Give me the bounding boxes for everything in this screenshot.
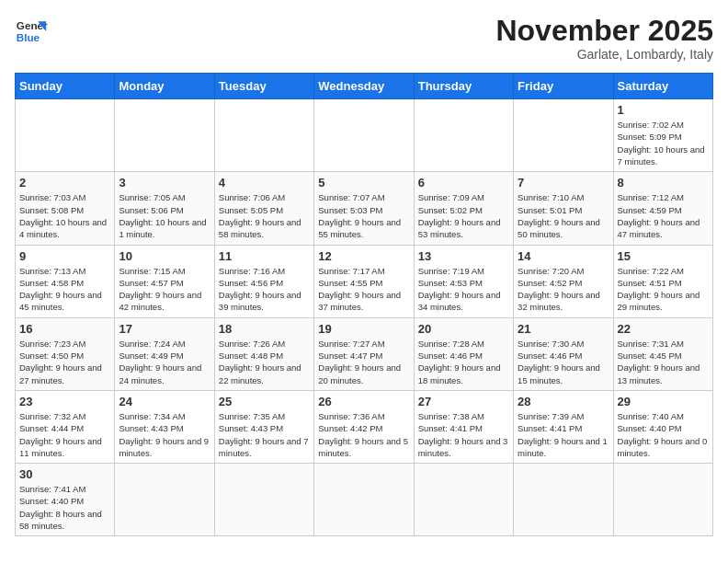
calendar-cell: 12Sunrise: 7:17 AM Sunset: 4:55 PM Dayli… <box>314 245 414 317</box>
calendar-cell: 23Sunrise: 7:32 AM Sunset: 4:44 PM Dayli… <box>16 390 115 463</box>
day-info: Sunrise: 7:16 AM Sunset: 4:56 PM Dayligh… <box>219 265 310 314</box>
day-info: Sunrise: 7:20 AM Sunset: 4:52 PM Dayligh… <box>518 265 609 314</box>
calendar-cell: 11Sunrise: 7:16 AM Sunset: 4:56 PM Dayli… <box>214 245 313 317</box>
calendar-cell: 21Sunrise: 7:30 AM Sunset: 4:46 PM Dayli… <box>514 317 613 390</box>
day-number: 15 <box>618 249 709 263</box>
calendar-cell <box>214 99 313 172</box>
month-title: November 2025 <box>495 15 713 47</box>
day-number: 3 <box>119 176 210 190</box>
weekday-header-monday: Monday <box>115 74 214 99</box>
calendar-week-4: 23Sunrise: 7:32 AM Sunset: 4:44 PM Dayli… <box>16 390 713 463</box>
calendar-cell: 6Sunrise: 7:09 AM Sunset: 5:02 PM Daylig… <box>414 172 513 245</box>
day-info: Sunrise: 7:40 AM Sunset: 4:40 PM Dayligh… <box>618 410 709 459</box>
calendar-cell <box>214 464 313 536</box>
calendar-cell: 20Sunrise: 7:28 AM Sunset: 4:46 PM Dayli… <box>414 317 513 390</box>
day-number: 20 <box>418 322 509 336</box>
day-info: Sunrise: 7:06 AM Sunset: 5:05 PM Dayligh… <box>219 191 310 240</box>
day-number: 22 <box>618 322 709 336</box>
day-info: Sunrise: 7:41 AM Sunset: 4:40 PM Dayligh… <box>19 483 110 532</box>
calendar-week-2: 9Sunrise: 7:13 AM Sunset: 4:58 PM Daylig… <box>16 245 713 317</box>
calendar-cell: 26Sunrise: 7:36 AM Sunset: 4:42 PM Dayli… <box>314 390 414 463</box>
day-info: Sunrise: 7:31 AM Sunset: 4:45 PM Dayligh… <box>618 338 709 386</box>
day-info: Sunrise: 7:24 AM Sunset: 4:49 PM Dayligh… <box>119 338 210 386</box>
calendar-cell: 18Sunrise: 7:26 AM Sunset: 4:48 PM Dayli… <box>214 317 313 390</box>
title-block: November 2025 Garlate, Lombardy, Italy <box>495 15 713 62</box>
day-number: 13 <box>418 249 509 263</box>
day-number: 19 <box>318 322 409 336</box>
day-number: 26 <box>318 395 409 408</box>
day-number: 1 <box>618 103 709 117</box>
day-info: Sunrise: 7:34 AM Sunset: 4:43 PM Dayligh… <box>119 410 210 459</box>
calendar-cell: 7Sunrise: 7:10 AM Sunset: 5:01 PM Daylig… <box>514 172 613 245</box>
day-number: 9 <box>19 249 110 263</box>
day-number: 21 <box>518 322 609 336</box>
day-info: Sunrise: 7:23 AM Sunset: 4:50 PM Dayligh… <box>19 338 110 386</box>
day-number: 6 <box>418 176 509 190</box>
calendar-cell <box>414 464 513 536</box>
day-number: 7 <box>518 176 609 190</box>
day-number: 25 <box>219 395 310 408</box>
calendar-cell <box>115 464 214 536</box>
calendar-cell: 24Sunrise: 7:34 AM Sunset: 4:43 PM Dayli… <box>115 390 214 463</box>
day-number: 23 <box>19 395 110 408</box>
calendar-cell: 8Sunrise: 7:12 AM Sunset: 4:59 PM Daylig… <box>613 172 712 245</box>
weekday-header-row: SundayMondayTuesdayWednesdayThursdayFrid… <box>16 74 713 99</box>
calendar-week-1: 2Sunrise: 7:03 AM Sunset: 5:08 PM Daylig… <box>16 172 713 245</box>
day-info: Sunrise: 7:02 AM Sunset: 5:09 PM Dayligh… <box>618 119 709 167</box>
location-title: Garlate, Lombardy, Italy <box>495 47 713 62</box>
calendar-cell <box>314 99 414 172</box>
weekday-header-saturday: Saturday <box>613 74 712 99</box>
day-number: 17 <box>119 322 210 336</box>
calendar-cell: 13Sunrise: 7:19 AM Sunset: 4:53 PM Dayli… <box>414 245 513 317</box>
weekday-header-thursday: Thursday <box>414 74 513 99</box>
logo-icon: General Blue <box>15 15 48 48</box>
day-info: Sunrise: 7:35 AM Sunset: 4:43 PM Dayligh… <box>219 410 310 459</box>
weekday-header-tuesday: Tuesday <box>214 74 313 99</box>
calendar-cell: 22Sunrise: 7:31 AM Sunset: 4:45 PM Dayli… <box>613 317 712 390</box>
logo: General Blue <box>15 15 48 48</box>
calendar-cell: 3Sunrise: 7:05 AM Sunset: 5:06 PM Daylig… <box>115 172 214 245</box>
weekday-header-friday: Friday <box>514 74 613 99</box>
calendar-cell: 10Sunrise: 7:15 AM Sunset: 4:57 PM Dayli… <box>115 245 214 317</box>
day-number: 8 <box>618 176 709 190</box>
day-number: 12 <box>318 249 409 263</box>
calendar-cell <box>16 99 115 172</box>
calendar-week-5: 30Sunrise: 7:41 AM Sunset: 4:40 PM Dayli… <box>16 464 713 536</box>
weekday-header-wednesday: Wednesday <box>314 74 414 99</box>
day-number: 16 <box>19 322 110 336</box>
day-info: Sunrise: 7:39 AM Sunset: 4:41 PM Dayligh… <box>518 410 609 459</box>
calendar-cell: 27Sunrise: 7:38 AM Sunset: 4:41 PM Dayli… <box>414 390 513 463</box>
calendar-table: SundayMondayTuesdayWednesdayThursdayFrid… <box>15 73 713 536</box>
day-info: Sunrise: 7:36 AM Sunset: 4:42 PM Dayligh… <box>318 410 409 459</box>
day-info: Sunrise: 7:03 AM Sunset: 5:08 PM Dayligh… <box>19 191 110 240</box>
svg-text:Blue: Blue <box>17 31 40 43</box>
calendar-week-3: 16Sunrise: 7:23 AM Sunset: 4:50 PM Dayli… <box>16 317 713 390</box>
day-info: Sunrise: 7:26 AM Sunset: 4:48 PM Dayligh… <box>219 338 310 386</box>
day-number: 24 <box>119 395 210 408</box>
calendar-cell: 19Sunrise: 7:27 AM Sunset: 4:47 PM Dayli… <box>314 317 414 390</box>
day-number: 4 <box>219 176 310 190</box>
day-info: Sunrise: 7:22 AM Sunset: 4:51 PM Dayligh… <box>618 265 709 314</box>
day-info: Sunrise: 7:27 AM Sunset: 4:47 PM Dayligh… <box>318 338 409 386</box>
calendar-cell <box>314 464 414 536</box>
day-info: Sunrise: 7:19 AM Sunset: 4:53 PM Dayligh… <box>418 265 509 314</box>
day-number: 5 <box>318 176 409 190</box>
day-number: 28 <box>518 395 609 408</box>
day-number: 11 <box>219 249 310 263</box>
day-info: Sunrise: 7:12 AM Sunset: 4:59 PM Dayligh… <box>618 191 709 240</box>
weekday-header-sunday: Sunday <box>16 74 115 99</box>
calendar-cell <box>514 464 613 536</box>
day-info: Sunrise: 7:17 AM Sunset: 4:55 PM Dayligh… <box>318 265 409 314</box>
calendar-cell: 1Sunrise: 7:02 AM Sunset: 5:09 PM Daylig… <box>613 99 712 172</box>
calendar-cell: 4Sunrise: 7:06 AM Sunset: 5:05 PM Daylig… <box>214 172 313 245</box>
day-number: 27 <box>418 395 509 408</box>
calendar-cell <box>115 99 214 172</box>
day-number: 18 <box>219 322 310 336</box>
day-number: 10 <box>119 249 210 263</box>
calendar-cell <box>613 464 712 536</box>
calendar-cell: 5Sunrise: 7:07 AM Sunset: 5:03 PM Daylig… <box>314 172 414 245</box>
day-info: Sunrise: 7:10 AM Sunset: 5:01 PM Dayligh… <box>518 191 609 240</box>
day-number: 2 <box>19 176 110 190</box>
calendar-cell <box>514 99 613 172</box>
calendar-cell: 30Sunrise: 7:41 AM Sunset: 4:40 PM Dayli… <box>16 464 115 536</box>
